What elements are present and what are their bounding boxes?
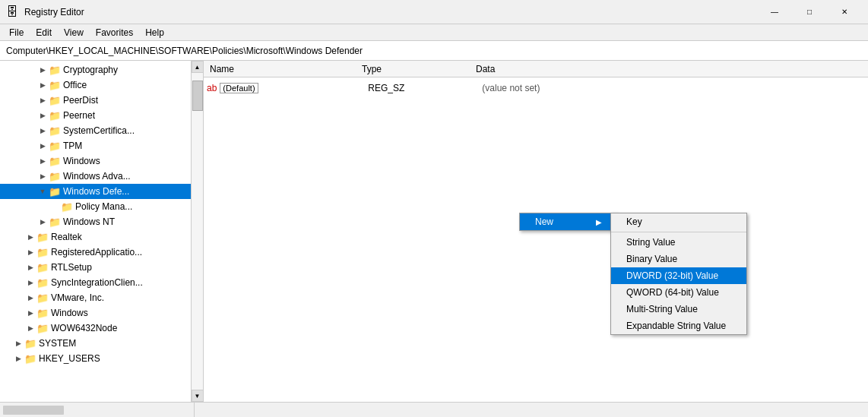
tree-item[interactable]: ▶📁Peernet bbox=[0, 108, 203, 123]
tree-expand-arrow[interactable]: ▶ bbox=[24, 276, 36, 289]
tree-item-label: RTLSetup bbox=[51, 262, 92, 273]
menu-item-view[interactable]: View bbox=[58, 26, 90, 39]
submenu-dword-value[interactable]: DWORD (32-bit) Value bbox=[611, 267, 746, 284]
submenu-multistring-value[interactable]: Multi-String Value bbox=[611, 301, 746, 317]
right-pane: Name Type Data ab (Default) REG_SZ (valu… bbox=[204, 61, 868, 402]
submenu-wrapper: Key String Value Binary Value DWORD (32-… bbox=[610, 213, 747, 335]
tree-expand-arrow[interactable]: ▶ bbox=[36, 216, 49, 228]
tree-item[interactable]: ▶📁TPM bbox=[0, 138, 203, 153]
tree-item-label: WOW6432Node bbox=[51, 323, 117, 333]
scroll-down-button[interactable]: ▼ bbox=[192, 390, 204, 402]
tree-expand-arrow[interactable]: ▶ bbox=[24, 322, 36, 334]
col-header-type: Type bbox=[356, 62, 470, 76]
tree-item-label: SystemCertifica... bbox=[63, 125, 135, 136]
tree-item-label: Peernet bbox=[63, 110, 95, 121]
tree-pane: ▶📁Cryptography▶📁Office▶📁PeerDist▶📁Peerne… bbox=[0, 61, 204, 402]
h-scroll-thumb[interactable] bbox=[3, 406, 64, 415]
tree-item-label: Windows Defe... bbox=[63, 186, 129, 197]
tree-expand-arrow[interactable]: ▶ bbox=[36, 79, 49, 91]
tree-expand-arrow[interactable]: ▶ bbox=[36, 64, 49, 76]
tree-expand-arrow[interactable]: ▶ bbox=[36, 125, 49, 137]
tree-item-label: Windows bbox=[51, 308, 88, 318]
tree-item[interactable]: ▶📁VMware, Inc. bbox=[0, 290, 203, 305]
tree-item[interactable]: ▶📁WOW6432Node bbox=[0, 321, 203, 336]
folder-icon: 📁 bbox=[49, 141, 61, 152]
tree-item[interactable]: ▶📁SYSTEM bbox=[0, 336, 203, 351]
tree-item-label: SyncIntegrationClien... bbox=[51, 277, 143, 288]
ctx-new-item[interactable]: New ▶ bbox=[520, 213, 617, 230]
tree-item-label: PeerDist bbox=[63, 95, 98, 106]
submenu-qword-value[interactable]: QWORD (64-bit) Value bbox=[611, 284, 746, 301]
ctx-arrow-icon: ▶ bbox=[596, 218, 602, 226]
col-header-name: Name bbox=[204, 62, 356, 76]
tree-expand-arrow[interactable]: ▶ bbox=[24, 292, 36, 304]
tree-item-label: Policy Mana... bbox=[75, 201, 132, 212]
menu-item-favorites[interactable]: Favorites bbox=[90, 26, 139, 39]
tree-expand-arrow[interactable]: ▶ bbox=[12, 352, 24, 365]
tree-item[interactable]: ▼📁Windows Defe... bbox=[0, 184, 203, 199]
tree-expand-arrow[interactable]: ▶ bbox=[36, 140, 49, 152]
folder-icon: 📁 bbox=[36, 262, 49, 273]
tree-item-label: SYSTEM bbox=[39, 338, 76, 349]
tree-expand-arrow[interactable]: ▶ bbox=[36, 94, 49, 106]
tree-item[interactable]: ▶📁SyncIntegrationClien... bbox=[0, 275, 203, 290]
folder-icon: 📁 bbox=[49, 171, 61, 182]
folder-icon: 📁 bbox=[49, 110, 61, 122]
folder-icon: 📁 bbox=[24, 353, 36, 365]
new-submenu: Key String Value Binary Value DWORD (32-… bbox=[610, 213, 747, 335]
minimize-button[interactable]: — bbox=[757, 0, 792, 24]
tree-item[interactable]: ▶📁Windows Adva... bbox=[0, 169, 203, 184]
maximize-button[interactable]: □ bbox=[792, 0, 827, 24]
folder-icon: 📁 bbox=[36, 308, 49, 319]
scroll-thumb[interactable] bbox=[192, 81, 203, 111]
scroll-up-button[interactable]: ▲ bbox=[192, 61, 204, 73]
tree-expand-arrow[interactable]: ▶ bbox=[36, 109, 49, 122]
submenu-expandable-value[interactable]: Expandable String Value bbox=[611, 317, 746, 334]
tree-item[interactable]: ▶📁Windows NT bbox=[0, 214, 203, 229]
submenu-key[interactable]: Key bbox=[611, 213, 746, 230]
reg-value-icon: ab bbox=[207, 83, 217, 93]
tree-expand-arrow[interactable]: ▶ bbox=[12, 337, 24, 349]
tree-item[interactable]: ▶📁Cryptography bbox=[0, 62, 203, 77]
tree-expand-arrow[interactable]: ▶ bbox=[24, 246, 36, 258]
submenu-separator bbox=[611, 232, 746, 232]
tree-item[interactable]: ▶📁RegisteredApplicatio... bbox=[0, 245, 203, 260]
tree-item-label: VMware, Inc. bbox=[51, 292, 104, 303]
menu-item-edit[interactable]: Edit bbox=[30, 26, 58, 39]
tree-item[interactable]: ▶📁Windows bbox=[0, 305, 203, 321]
submenu-binary-value[interactable]: Binary Value bbox=[611, 251, 746, 267]
tree-scrollbar[interactable]: ▲ ▼ bbox=[191, 61, 203, 402]
tree-item[interactable]: ▶📁Office bbox=[0, 77, 203, 93]
tree-item-label: Cryptography bbox=[63, 65, 118, 75]
tree-item[interactable]: 📁Policy Mana... bbox=[0, 199, 203, 214]
tree-expand-arrow[interactable]: ▶ bbox=[24, 261, 36, 273]
tree-expand-arrow[interactable]: ▶ bbox=[24, 307, 36, 319]
tree-item-label: TPM bbox=[63, 141, 82, 151]
folder-icon: 📁 bbox=[49, 186, 61, 197]
default-badge: (Default) bbox=[220, 83, 258, 93]
tree-item[interactable]: ▶📁Windows bbox=[0, 153, 203, 169]
tree-scroll[interactable]: ▶📁Cryptography▶📁Office▶📁PeerDist▶📁Peerne… bbox=[0, 61, 203, 402]
app-icon: 🗄 bbox=[6, 5, 18, 19]
menu-item-help[interactable]: Help bbox=[139, 26, 170, 39]
close-button[interactable]: ✕ bbox=[827, 0, 862, 24]
tree-item[interactable]: ▶📁SystemCertifica... bbox=[0, 123, 203, 138]
tree-item-label: Windows Adva... bbox=[63, 171, 131, 182]
table-row[interactable]: ab (Default) REG_SZ (value not set) bbox=[204, 81, 868, 96]
tree-item-label: HKEY_USERS bbox=[39, 353, 100, 364]
tree-item[interactable]: ▶📁RTLSetup bbox=[0, 260, 203, 275]
tree-expand-arrow[interactable]: ▶ bbox=[36, 155, 49, 167]
tree-item-label: Windows bbox=[63, 156, 100, 166]
tree-item[interactable]: ▶📁HKEY_USERS bbox=[0, 351, 203, 366]
address-path: Computer\HKEY_LOCAL_MACHINE\SOFTWARE\Pol… bbox=[6, 46, 363, 56]
tree-item[interactable]: ▶📁PeerDist bbox=[0, 93, 203, 108]
tree-item[interactable]: ▶📁Realtek bbox=[0, 229, 203, 245]
menu-item-file[interactable]: File bbox=[3, 26, 30, 39]
submenu-string-value[interactable]: String Value bbox=[611, 234, 746, 251]
tree-expand-arrow[interactable]: ▶ bbox=[36, 170, 49, 182]
window-controls: — □ ✕ bbox=[757, 0, 862, 24]
tree-expand-arrow[interactable]: ▶ bbox=[24, 231, 36, 243]
folder-icon: 📁 bbox=[49, 156, 61, 167]
tree-expand-arrow[interactable]: ▼ bbox=[36, 185, 49, 197]
scroll-track bbox=[192, 73, 203, 390]
